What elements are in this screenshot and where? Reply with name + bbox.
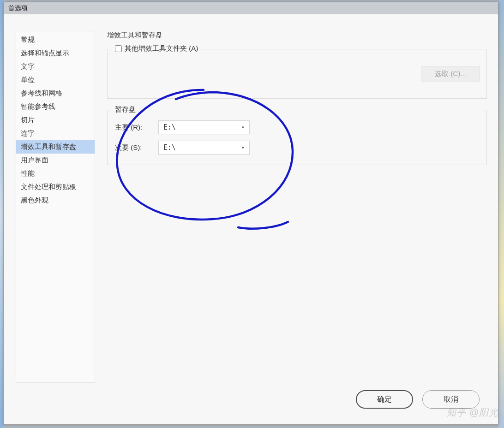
sidebar-item-hyphenation[interactable]: 连字 [16,127,95,140]
sidebar-item-general[interactable]: 常规 [16,33,95,47]
plugin-folder-checkbox-label: 其他增效工具文件夹 (A) [125,44,198,53]
ok-button[interactable]: 确定 [356,390,413,409]
sidebar-item-label: 智能参考线 [21,102,55,110]
primary-scratch-value: E:\ [163,123,176,131]
sidebar-item-label: 连字 [21,129,35,137]
sidebar-item-user-interface[interactable]: 用户界面 [16,154,95,167]
cancel-button-label: 取消 [444,395,458,404]
secondary-scratch-dropdown[interactable]: E:\ ▾ [158,141,250,155]
sidebar-item-label: 文件处理和剪贴板 [21,183,76,190]
sidebar-item-black-appearance[interactable]: 黑色外观 [16,194,95,207]
sidebar-item-label: 切片 [21,116,35,124]
chevron-down-icon: ▾ [241,144,245,151]
sidebar-item-label: 黑色外观 [21,196,48,204]
plugin-folder-legend: 其他增效工具文件夹 (A) [113,44,200,53]
bg-edge-right [498,0,504,428]
sidebar-item-label: 单位 [21,76,35,83]
sidebar-item-label: 参考线和网格 [21,89,62,97]
plugin-folder-checkbox[interactable] [115,45,122,52]
panel-title: 增效工具和暂存盘 [107,31,487,40]
sidebar-item-label: 选择和锚点显示 [21,49,69,57]
content-panel: 增效工具和暂存盘 其他增效工具文件夹 (A) 选取 (C)... 暂存盘 [107,31,487,383]
sidebar-item-units[interactable]: 单位 [16,73,95,87]
ok-button-label: 确定 [377,395,392,404]
plugin-folder-group: 其他增效工具文件夹 (A) 选取 (C)... [107,49,487,99]
window-titlebar: 首选项 [4,2,498,14]
sidebar-item-label: 用户界面 [21,156,48,164]
sidebar-item-slices[interactable]: 切片 [16,113,95,127]
sidebar-item-guides-grid[interactable]: 参考线和网格 [16,87,95,100]
choose-button-label: 选取 (C)... [435,70,466,77]
sidebar-item-label: 增效工具和暂存盘 [21,143,76,150]
chevron-down-icon: ▾ [241,124,245,131]
sidebar-item-label: 性能 [21,169,35,177]
secondary-scratch-value: E:\ [163,143,176,152]
sidebar-item-label: 常规 [21,36,35,43]
sidebar-item-smart-guides[interactable]: 智能参考线 [16,100,95,113]
primary-scratch-dropdown[interactable]: E:\ ▾ [158,120,250,134]
sidebar-item-plugins-scratch[interactable]: 增效工具和暂存盘 [16,140,95,154]
secondary-label: 次要 (S): [115,143,156,152]
scratch-disk-group: 暂存盘 主要 (R): E:\ ▾ 次要 (S): E:\ ▾ [107,110,487,165]
sidebar-item-label: 文字 [21,62,35,70]
sidebar-item-type[interactable]: 文字 [16,60,95,73]
preferences-window: 首选项 常规 选择和锚点显示 文字 单位 参考线和网格 智能参考线 切片 连字 … [3,2,498,425]
choose-button[interactable]: 选取 (C)... [421,66,480,82]
window-title: 首选项 [8,4,28,12]
scratch-disk-legend: 暂存盘 [113,105,138,114]
primary-label: 主要 (R): [115,123,156,132]
sidebar-item-file-clipboard[interactable]: 文件处理和剪贴板 [16,180,95,194]
sidebar-item-selection-anchor[interactable]: 选择和锚点显示 [16,47,95,60]
category-sidebar: 常规 选择和锚点显示 文字 单位 参考线和网格 智能参考线 切片 连字 增效工具… [16,31,95,383]
sidebar-item-performance[interactable]: 性能 [16,167,95,180]
dialog-footer: 确定 取消 [16,383,487,416]
cancel-button[interactable]: 取消 [422,390,480,409]
bg-edge-left [0,0,3,428]
